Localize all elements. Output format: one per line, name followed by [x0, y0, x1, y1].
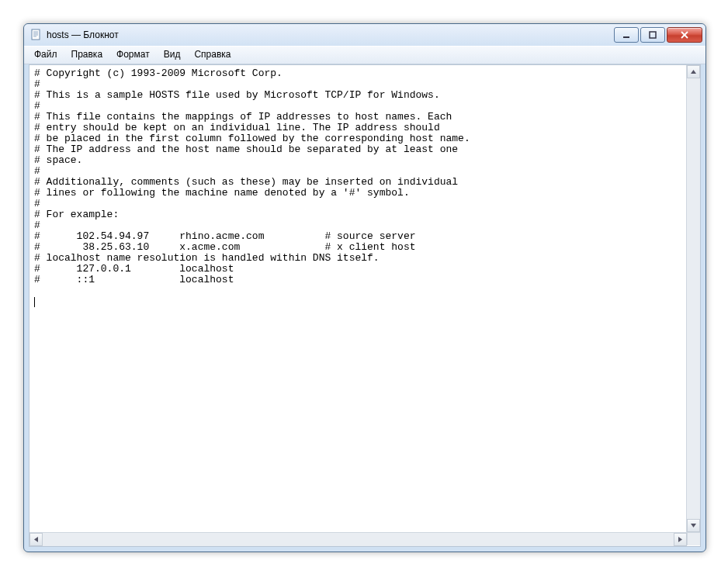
scroll-left-button[interactable] — [29, 533, 43, 546]
text-caret — [34, 297, 35, 307]
svg-marker-11 — [34, 537, 38, 542]
menu-file[interactable]: Файл — [27, 47, 64, 64]
scroll-up-button[interactable] — [687, 65, 700, 78]
vertical-scrollbar[interactable] — [686, 65, 700, 532]
scrollbar-corner — [687, 532, 700, 545]
maximize-button[interactable] — [640, 27, 665, 43]
svg-rect-5 — [623, 36, 629, 38]
svg-marker-9 — [691, 70, 696, 74]
svg-rect-6 — [650, 32, 656, 38]
menu-view[interactable]: Вид — [157, 47, 188, 64]
menu-help[interactable]: Справка — [187, 47, 237, 64]
menu-edit[interactable]: Правка — [64, 47, 110, 64]
menu-format[interactable]: Формат — [109, 47, 157, 64]
client-area: # Copyright (c) 1993-2009 Microsoft Corp… — [29, 64, 701, 547]
window-controls — [614, 27, 702, 43]
svg-marker-12 — [678, 537, 682, 542]
notepad-window: hosts — Блокнот Файл Правка Форма — [23, 23, 706, 552]
app-icon — [30, 29, 43, 41]
vertical-scroll-track[interactable] — [687, 78, 700, 519]
editor-content: # Copyright (c) 1993-2009 Microsoft Corp… — [34, 67, 470, 285]
scroll-down-button[interactable] — [687, 519, 700, 532]
horizontal-scroll-track[interactable] — [43, 533, 674, 546]
close-button[interactable] — [667, 27, 702, 43]
menu-bar: Файл Правка Формат Вид Справка — [24, 46, 705, 64]
svg-marker-10 — [691, 524, 696, 527]
horizontal-scrollbar[interactable] — [29, 532, 687, 546]
window-title: hosts — Блокнот — [47, 29, 614, 40]
scroll-right-button[interactable] — [674, 533, 687, 546]
minimize-button[interactable] — [614, 27, 639, 43]
text-editor[interactable]: # Copyright (c) 1993-2009 Microsoft Corp… — [29, 65, 686, 532]
title-bar[interactable]: hosts — Блокнот — [24, 24, 705, 46]
